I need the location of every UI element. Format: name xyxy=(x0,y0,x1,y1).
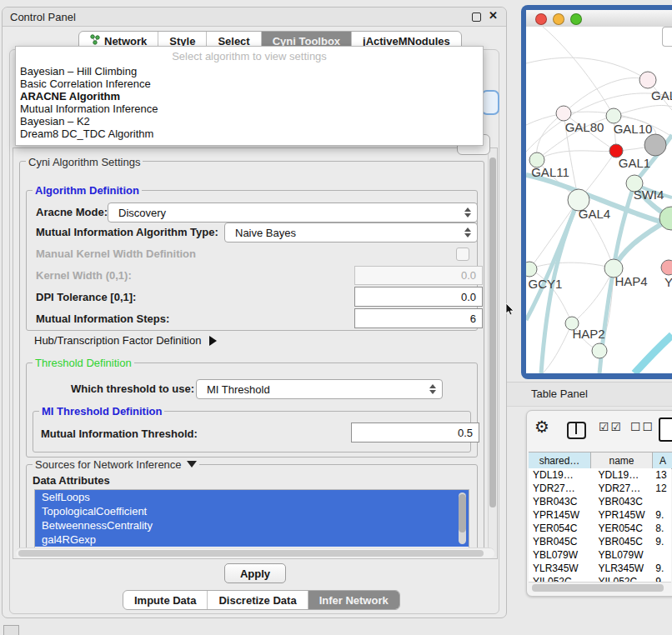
column-header[interactable]: name xyxy=(591,452,653,469)
table-row[interactable]: YDL19…YDL19…13 xyxy=(529,468,671,482)
scrollbar-thumb[interactable] xyxy=(459,494,466,532)
algorithm-option[interactable]: Bayesian – Hill Climbing xyxy=(16,65,483,78)
node-label: HAP2 xyxy=(572,327,604,341)
scrollbar-thumb[interactable] xyxy=(489,158,496,508)
network-edge[interactable] xyxy=(526,58,648,80)
apply-button[interactable]: Apply xyxy=(224,563,286,583)
network-node-gal80[interactable] xyxy=(556,106,571,121)
aracne-mode-select[interactable]: Discovery xyxy=(108,202,478,222)
tab-impute-data[interactable]: Impute Data xyxy=(123,591,207,609)
scrollbar-thumb[interactable] xyxy=(18,550,484,557)
attribute-item[interactable]: SelfLoops xyxy=(35,490,469,504)
mouse-cursor xyxy=(505,303,515,317)
algorithm-option[interactable]: Basic Correlation Inference xyxy=(16,78,483,90)
network-edge[interactable] xyxy=(526,200,579,320)
select-all-icon[interactable]: ☑☑ xyxy=(599,420,623,433)
column-header[interactable]: A xyxy=(653,452,672,469)
mi-algorithm-type-select[interactable]: Naive Bayes xyxy=(224,222,478,242)
node-label: GAL10 xyxy=(614,122,653,136)
algorithm-option[interactable]: ARACNE Algorithm xyxy=(16,90,483,102)
list-scrollbar[interactable] xyxy=(459,492,466,544)
which-threshold-select[interactable]: MI Threshold xyxy=(196,379,443,399)
network-edge[interactable] xyxy=(634,335,672,373)
mi-algorithm-type-label: Mutual Information Algorithm Type: xyxy=(36,226,218,238)
zoom-traffic-light[interactable] xyxy=(570,13,582,25)
mi-steps-label: Mutual Information Steps: xyxy=(36,312,169,325)
deselect-all-icon[interactable]: ☐☐ xyxy=(630,420,654,433)
node-label: GAL11 xyxy=(531,165,569,179)
focused-widget-behind-popup[interactable] xyxy=(481,90,499,115)
mi-steps-field[interactable]: 6 xyxy=(354,308,483,328)
minimized-panel-icon[interactable] xyxy=(3,625,19,635)
network-view[interactable]: GALGAL80GAL10GAL1GAL11SWI4GAL4GCY1HAP4YH… xyxy=(526,27,672,373)
column-header[interactable]: shared… xyxy=(529,452,591,469)
table-cell: 8. xyxy=(654,522,671,534)
dpi-tolerance-field[interactable]: 0.0 xyxy=(354,287,483,307)
algorithm-option[interactable]: Bayesian – K2 xyxy=(16,115,483,128)
network-node-bottom-node[interactable] xyxy=(592,343,607,358)
export-table-icon[interactable] xyxy=(659,418,672,442)
table-row[interactable]: YBR043CYBR043C xyxy=(529,495,671,508)
attribute-item[interactable]: TopologicalCoefficient xyxy=(35,504,469,518)
table-cell: 9. xyxy=(654,509,671,521)
dropdown-placeholder: Select algorithm to view settings xyxy=(16,50,483,62)
sources-legend[interactable]: Sources for Network Inference xyxy=(33,458,199,471)
close-icon[interactable]: ✕ xyxy=(489,9,498,22)
table-row[interactable]: YLR345WYLR345W9. xyxy=(529,562,671,575)
network-edge[interactable] xyxy=(529,262,614,269)
data-attributes-list[interactable]: SelfLoopsTopologicalCoefficientBetweenne… xyxy=(34,489,469,549)
attribute-item[interactable]: gal4RGexp xyxy=(35,532,469,547)
kernel-width-field[interactable]: 0.0 xyxy=(354,266,483,285)
algorithm-option[interactable]: Mutual Information Inference xyxy=(16,102,483,115)
expand-right-icon xyxy=(209,336,217,346)
algorithm-option[interactable]: Dream8 DC_TDC Algorithm xyxy=(16,128,483,140)
algorithm-dropdown-list: Bayesian – Hill ClimbingBasic Correlatio… xyxy=(16,65,483,140)
network-edge[interactable] xyxy=(614,105,672,116)
table-panel-titlebar: Table Panel xyxy=(507,382,672,407)
tab-infer-network[interactable]: Infer Network xyxy=(308,591,399,609)
table-cell: YBL079W xyxy=(529,549,591,561)
network-node-gcy1[interactable] xyxy=(526,262,537,277)
node-label: HAP4 xyxy=(614,274,647,288)
table-row[interactable]: YPR145WYPR145W9. xyxy=(529,508,671,522)
network-node-pink-right[interactable] xyxy=(661,260,672,275)
close-traffic-light[interactable] xyxy=(535,13,547,25)
mi-threshold-field[interactable]: 0.5 xyxy=(351,422,479,442)
columns-icon[interactable] xyxy=(567,422,586,439)
manual-kernel-label: Manual Kernel Width Definition xyxy=(36,248,196,260)
node-label: GAL80 xyxy=(565,120,604,134)
table-cell: YLR345W xyxy=(529,562,591,574)
network-node-gray-node[interactable] xyxy=(644,134,666,156)
manual-kernel-checkbox[interactable] xyxy=(456,248,469,261)
network-window-titlebar[interactable] xyxy=(526,10,672,28)
network-edge[interactable] xyxy=(543,27,614,116)
table-cell: 12 xyxy=(654,482,671,494)
gear-icon[interactable]: ⚙ xyxy=(534,417,549,437)
table-cell: YER054C xyxy=(591,522,654,534)
minimize-traffic-light[interactable] xyxy=(553,13,564,25)
attribute-item[interactable]: BetweennessCentrality xyxy=(35,518,469,532)
table-cell: YBR043C xyxy=(591,496,654,508)
node-label: GAL4 xyxy=(579,207,610,221)
table-row[interactable]: YBR045CYBR045C9. xyxy=(529,535,671,548)
network-edge[interactable] xyxy=(537,151,616,160)
table-cell: YDL19… xyxy=(591,469,654,481)
cyni-settings-legend: Cyni Algorithm Settings xyxy=(26,156,143,168)
float-window-icon[interactable] xyxy=(472,12,481,22)
table-cell: YLR345W xyxy=(591,562,654,574)
mi-threshold-label: Mutual Information Threshold: xyxy=(41,428,198,440)
network-edge[interactable] xyxy=(564,78,648,113)
hub-definition-toggle[interactable]: Hub/Transcription Factor Definition xyxy=(34,334,217,347)
table-horizontal-scrollbar[interactable] xyxy=(529,582,671,593)
table-row[interactable]: YBL079WYBL079W xyxy=(529,548,671,562)
tab-discretize-data[interactable]: Discretize Data xyxy=(207,591,307,609)
table-cell: YDR27… xyxy=(529,482,591,494)
table-row[interactable]: YDR27…YDR27…12 xyxy=(529,482,671,495)
stepper-icon xyxy=(427,384,439,394)
network-node-pink-top[interactable] xyxy=(639,72,656,88)
scrollbar-thumb[interactable] xyxy=(532,584,664,592)
settings-horizontal-scrollbar[interactable] xyxy=(16,548,494,558)
stepper-icon xyxy=(462,208,474,218)
table-row[interactable]: YER054CYER054C8. xyxy=(529,522,671,535)
settings-vertical-scrollbar[interactable] xyxy=(488,149,497,556)
